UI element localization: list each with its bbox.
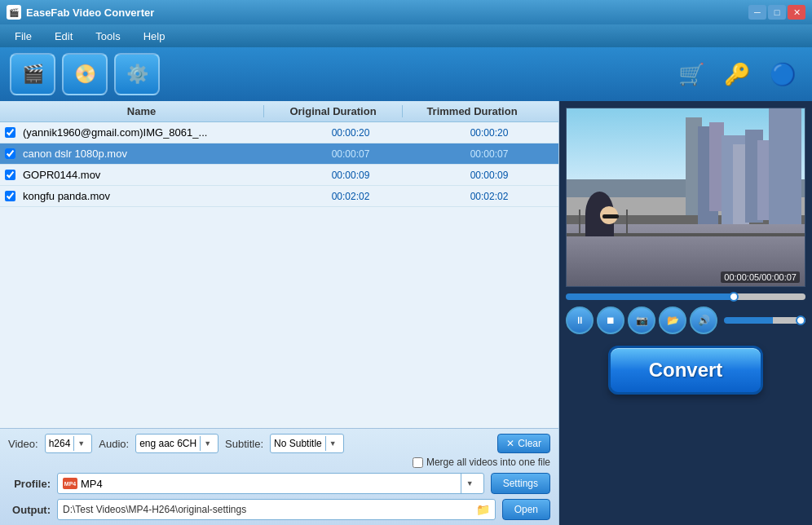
video-background bbox=[567, 108, 805, 286]
av-row: Video: h264 ▼ Audio: eng aac 6CH ▼ Subti… bbox=[8, 434, 550, 453]
clear-button[interactable]: ✕ Clear bbox=[497, 434, 550, 453]
col-trim-header: Trimmed Duration bbox=[403, 105, 541, 117]
merge-checkbox[interactable] bbox=[413, 457, 423, 468]
filelist-panel: Name Original Duration Trimmed Duration … bbox=[0, 101, 559, 525]
table-header: Name Original Duration Trimmed Duration bbox=[0, 101, 558, 122]
clear-icon: ✕ bbox=[506, 438, 514, 449]
playback-controls: ⏸ ⏹ 📷 📂 🔊 bbox=[566, 307, 805, 334]
open-output-button[interactable]: Open bbox=[502, 499, 550, 520]
audio-label: Audio: bbox=[99, 438, 129, 450]
output-path-display: D:\Test Videos\MP4-H264\original-setting… bbox=[57, 499, 496, 520]
audio-value: eng aac 6CH bbox=[139, 438, 200, 449]
menubar: File Edit Tools Help bbox=[0, 24, 812, 47]
cart-button[interactable]: 🛒 bbox=[672, 55, 711, 94]
file-checkbox-2[interactable] bbox=[0, 170, 20, 180]
video-combo-arrow: ▼ bbox=[73, 436, 88, 451]
output-path-text: D:\Test Videos\MP4-H264\original-setting… bbox=[63, 504, 476, 515]
menu-file[interactable]: File bbox=[3, 27, 43, 46]
open-file-button[interactable]: 📂 bbox=[659, 307, 686, 334]
file-name-2: GOPR0144.mov bbox=[20, 169, 281, 181]
add-dvd-button[interactable]: 📀 bbox=[62, 53, 108, 95]
merge-label: Merge all videos into one file bbox=[426, 457, 550, 468]
seek-bar-container bbox=[566, 292, 805, 302]
maximize-button[interactable]: □ bbox=[768, 5, 786, 20]
main-area: Name Original Duration Trimmed Duration … bbox=[0, 101, 812, 525]
mp4-icon: MP4 bbox=[63, 478, 77, 489]
table-row[interactable]: kongfu panda.mov 00:02:02 00:02:02 bbox=[0, 186, 558, 207]
file-name-1: canon dslr 1080p.mov bbox=[20, 148, 281, 160]
settings-button[interactable]: ⚙️ bbox=[114, 53, 160, 95]
col-orig-header: Original Duration bbox=[264, 105, 403, 117]
subtitle-value: No Subtitle bbox=[274, 438, 325, 449]
profile-combo-arrow: ▼ bbox=[461, 474, 479, 493]
profile-row: Profile: MP4 MP4 ▼ Settings bbox=[8, 473, 550, 494]
profile-combo-inner: MP4 MP4 bbox=[63, 478, 461, 490]
subtitle-label: Subtitle: bbox=[225, 438, 263, 450]
bottom-controls: Video: h264 ▼ Audio: eng aac 6CH ▼ Subti… bbox=[0, 428, 558, 525]
pause-button[interactable]: ⏸ bbox=[566, 307, 594, 334]
subtitle-combo-arrow: ▼ bbox=[325, 436, 340, 451]
file-orig-0: 00:00:20 bbox=[281, 127, 420, 139]
volume-bar[interactable] bbox=[724, 317, 805, 324]
snapshot-button[interactable]: 📷 bbox=[628, 307, 655, 334]
seek-thumb[interactable] bbox=[729, 292, 739, 302]
video-label: Video: bbox=[8, 438, 38, 450]
settings-profile-button[interactable]: Settings bbox=[491, 473, 550, 494]
output-label: Output: bbox=[8, 504, 51, 516]
help-button[interactable]: 🔵 bbox=[763, 55, 802, 94]
toolbar: 🎬 📀 ⚙️ 🛒 🔑 🔵 bbox=[0, 47, 812, 101]
folder-icon: 📁 bbox=[476, 503, 490, 516]
col-name-header: Name bbox=[20, 105, 264, 117]
table-row[interactable]: GOPR0144.mov 00:00:09 00:00:09 bbox=[0, 165, 558, 186]
file-name-0: (yannik1960@gmail.com)IMG_8061_... bbox=[20, 126, 281, 139]
menu-tools[interactable]: Tools bbox=[84, 27, 131, 46]
table-row[interactable]: (yannik1960@gmail.com)IMG_8061_... 00:00… bbox=[0, 122, 558, 143]
close-button[interactable]: ✕ bbox=[788, 5, 805, 20]
output-row: Output: D:\Test Videos\MP4-H264\original… bbox=[8, 499, 550, 520]
app-icon: 🎬 bbox=[7, 5, 21, 20]
stop-button[interactable]: ⏹ bbox=[597, 307, 624, 334]
clear-label: Clear bbox=[518, 438, 541, 449]
video-combo[interactable]: h264 ▼ bbox=[45, 434, 93, 453]
audio-combo[interactable]: eng aac 6CH ▼ bbox=[135, 434, 218, 453]
file-orig-2: 00:00:09 bbox=[281, 170, 420, 181]
key-button[interactable]: 🔑 bbox=[717, 55, 757, 94]
file-checkbox-0[interactable] bbox=[0, 127, 20, 138]
profile-combo[interactable]: MP4 MP4 ▼ bbox=[57, 473, 484, 494]
file-orig-1: 00:00:07 bbox=[281, 148, 420, 160]
file-trim-2: 00:00:09 bbox=[420, 170, 558, 181]
menu-help[interactable]: Help bbox=[132, 27, 177, 46]
video-value: h264 bbox=[49, 438, 74, 449]
profile-value: MP4 bbox=[81, 478, 103, 490]
titlebar: 🎬 EaseFab Video Converter ─ □ ✕ bbox=[0, 0, 812, 24]
file-orig-3: 00:02:02 bbox=[281, 191, 420, 202]
audio-combo-arrow: ▼ bbox=[200, 436, 214, 451]
file-list: (yannik1960@gmail.com)IMG_8061_... 00:00… bbox=[0, 122, 558, 428]
file-checkbox-3[interactable] bbox=[0, 191, 20, 201]
add-video-button[interactable]: 🎬 bbox=[10, 53, 55, 95]
profile-label: Profile: bbox=[8, 478, 51, 490]
file-trim-1: 00:00:07 bbox=[420, 148, 558, 160]
file-name-3: kongfu panda.mov bbox=[20, 190, 281, 202]
subtitle-combo[interactable]: No Subtitle ▼ bbox=[270, 434, 344, 453]
file-trim-0: 00:00:20 bbox=[420, 127, 558, 139]
table-row[interactable]: canon dslr 1080p.mov 00:00:07 00:00:07 bbox=[0, 143, 558, 165]
window-controls: ─ □ ✕ bbox=[748, 5, 805, 20]
minimize-button[interactable]: ─ bbox=[748, 5, 766, 20]
file-trim-3: 00:02:02 bbox=[420, 191, 558, 202]
file-checkbox-1[interactable] bbox=[0, 148, 20, 159]
merge-row: Merge all videos into one file bbox=[8, 457, 550, 468]
preview-panel: 00:00:05/00:00:07 ⏸ ⏹ 📷 📂 🔊 Convert bbox=[559, 101, 812, 525]
video-timestamp: 00:00:05/00:00:07 bbox=[721, 271, 800, 283]
convert-button[interactable]: Convert bbox=[608, 346, 763, 395]
menu-edit[interactable]: Edit bbox=[43, 27, 84, 46]
video-preview: 00:00:05/00:00:07 bbox=[566, 108, 805, 287]
seek-bar[interactable] bbox=[566, 293, 805, 300]
app-title: EaseFab Video Converter bbox=[26, 7, 154, 19]
volume-button[interactable]: 🔊 bbox=[690, 307, 717, 334]
